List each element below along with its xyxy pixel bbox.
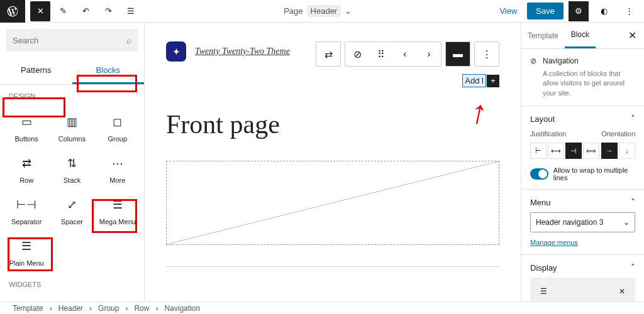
view-button[interactable]: View	[494, 4, 522, 18]
menu-icon: ☰	[540, 287, 547, 296]
wordpress-logo[interactable]	[0, 0, 25, 23]
tab-template[interactable]: Template	[521, 24, 565, 48]
prev-icon[interactable]: ‹	[393, 42, 417, 66]
nav-title: Navigation	[543, 57, 635, 65]
tab-block[interactable]: Block	[565, 23, 596, 48]
orient-vertical[interactable]: ↓	[619, 143, 635, 159]
block-mega-menu[interactable]: ☰Mega Menu	[95, 190, 140, 232]
section-widgets: WIDGETS	[0, 273, 144, 296]
tab-blocks[interactable]: Blocks	[72, 58, 145, 84]
nav-desc: A collection of blocks that allow visito…	[543, 69, 635, 98]
settings-panel: Template Block ✕ ⊘ Navigation A collecti…	[521, 23, 644, 301]
justify-right[interactable]: ⊣	[565, 143, 582, 159]
block-columns[interactable]: ▥Columns	[49, 107, 94, 149]
image-placeholder[interactable]	[166, 161, 499, 245]
plain-menu-icon: ☰	[21, 239, 31, 253]
site-logo[interactable]: ✦	[166, 41, 186, 62]
layout-section[interactable]: Layout˄	[530, 114, 635, 124]
search-input[interactable]: Search⌕	[6, 29, 138, 51]
justify-left[interactable]: ⊢	[530, 143, 547, 159]
more-icon: ⋯	[112, 156, 123, 170]
close-icon[interactable]: ✕	[30, 1, 50, 21]
manage-menus-link[interactable]: Manage menus	[530, 239, 578, 246]
orient-horizontal[interactable]: →	[601, 143, 618, 159]
site-title[interactable]: Twenty Twenty-Two Theme	[195, 46, 290, 57]
block-plain-menu[interactable]: ☰Plain Menu	[4, 232, 49, 273]
redo-icon[interactable]: ↷	[98, 1, 118, 21]
nav-icon[interactable]: ⊘	[345, 42, 369, 66]
chevron-down-icon[interactable]: ⌄	[345, 6, 352, 16]
chevron-up-icon: ˄	[631, 114, 635, 124]
edit-icon[interactable]: ✎	[53, 1, 73, 21]
justify-center[interactable]: ⟷	[548, 143, 564, 159]
section-design: DESIGN	[0, 85, 144, 107]
menu-select[interactable]: Header navigation 3⌄	[530, 212, 635, 232]
justify-between[interactable]: ⟺	[583, 143, 599, 159]
add-link-placeholder[interactable]: Add l+	[462, 74, 499, 87]
next-icon[interactable]: ›	[417, 42, 441, 66]
block-more[interactable]: ⋯More	[95, 149, 140, 190]
page-heading[interactable]: Front page	[166, 109, 499, 139]
buttons-icon: ▭	[21, 115, 32, 129]
undo-icon[interactable]: ↶	[75, 1, 96, 21]
mega-menu-icon: ☰	[113, 198, 123, 212]
drag-icon[interactable]: ⠿	[369, 42, 393, 66]
justify-icon[interactable]: ▬	[446, 42, 470, 66]
block-group[interactable]: ◻Group	[95, 107, 140, 149]
menu-section[interactable]: Menu˄	[530, 197, 635, 207]
header-label[interactable]: Header	[307, 5, 341, 17]
page-label: Page	[284, 6, 303, 16]
chevron-up-icon: ˄	[631, 197, 635, 207]
tab-patterns[interactable]: Patterns	[0, 58, 72, 84]
more-icon[interactable]: ⋮	[619, 1, 639, 21]
editor-canvas[interactable]: ⇄ ⊘ ⠿ ‹ › ▬ ⋮ Add l+ ↑ ✦ Twenty Twenty-T…	[145, 23, 521, 301]
row-icon: ⇄	[22, 156, 31, 170]
close-icon: ✕	[619, 287, 625, 296]
display-preview: ☰✕	[530, 278, 635, 301]
block-widget-1[interactable]: ▣	[4, 296, 49, 301]
stack-icon: ⇅	[67, 156, 77, 170]
separator-icon: ⊢⊣	[16, 198, 36, 212]
separator	[166, 266, 499, 267]
nav-block-icon: ⊘	[530, 57, 536, 65]
spacer-icon: ⤢	[67, 198, 77, 212]
list-view-icon[interactable]: ☰	[121, 1, 141, 21]
block-toolbar: ⇄ ⊘ ⠿ ‹ › ▬ ⋮	[316, 41, 499, 67]
wrap-toggle[interactable]	[530, 168, 548, 180]
search-icon: ⌕	[126, 36, 131, 45]
inserter-panel: Search⌕ Patterns Blocks DESIGN ▭Buttons …	[0, 23, 145, 301]
breadcrumb[interactable]: Template›Header›Group›Row›Navigation	[0, 301, 644, 314]
block-buttons[interactable]: ▭Buttons	[4, 107, 49, 149]
block-separator[interactable]: ⊢⊣Separator	[4, 190, 49, 232]
chevron-down-icon: ⌄	[623, 218, 630, 227]
settings-icon[interactable]: ⚙	[569, 1, 589, 21]
display-section[interactable]: Display˄	[530, 263, 635, 273]
shuffle-icon[interactable]: ⇄	[316, 42, 340, 66]
block-spacer[interactable]: ⤢Spacer	[49, 190, 94, 232]
block-stack[interactable]: ⇅Stack	[49, 149, 94, 190]
styles-icon[interactable]: ◐	[594, 1, 614, 21]
columns-icon: ▥	[67, 115, 77, 129]
save-button[interactable]: Save	[527, 3, 564, 19]
block-widget-2[interactable]: ▦	[49, 296, 94, 301]
close-panel-icon[interactable]: ✕	[621, 30, 644, 41]
block-row[interactable]: ⇄Row	[4, 149, 49, 190]
chevron-up-icon: ˄	[631, 263, 635, 273]
plus-icon[interactable]: +	[487, 75, 499, 87]
options-icon[interactable]: ⋮	[475, 42, 499, 66]
group-icon: ◻	[113, 115, 122, 129]
block-widget-3[interactable]: ⚏	[95, 296, 140, 301]
